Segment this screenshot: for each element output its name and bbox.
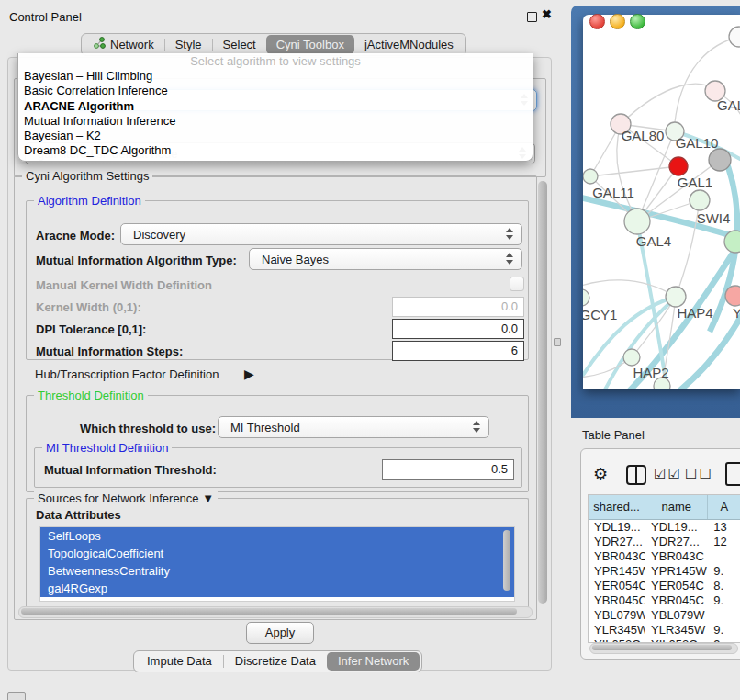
table-column-header[interactable]: shared... <box>589 495 645 519</box>
close-icon[interactable]: ✖ <box>542 7 552 21</box>
table-cell[interactable]: 9. <box>708 593 740 608</box>
tab-cyni-toolbox[interactable]: Cyni Toolbox <box>266 35 354 54</box>
hub-definition-label[interactable]: Hub/Transcription Factor Definition <box>35 367 219 381</box>
table-cell[interactable]: YDL19... <box>589 520 645 535</box>
data-attribute-item[interactable]: gal4RGexp <box>40 580 514 597</box>
table-cell[interactable]: YBL079W <box>645 608 708 623</box>
kernel-width-label: Kernel Width (0,1): <box>36 300 141 314</box>
data-attribute-item[interactable]: BetweennessCentrality <box>40 562 514 580</box>
dpi-tolerance-field[interactable]: 0.0 <box>392 319 524 339</box>
deselect-all-icon[interactable]: ☐☐ <box>685 466 713 482</box>
table-hscrollbar-track[interactable] <box>589 643 738 654</box>
network-node[interactable] <box>690 190 710 210</box>
algorithm-option[interactable]: ARACNE Algorithm <box>18 99 533 114</box>
float-window-icon[interactable] <box>527 12 537 22</box>
table-cell[interactable]: 9. <box>708 564 740 579</box>
table-cell[interactable]: YER054C <box>645 579 708 593</box>
network-node[interactable] <box>709 149 731 171</box>
table-cell[interactable]: 12 <box>708 535 740 549</box>
table-cell[interactable]: YLR345W <box>645 623 708 638</box>
tab-infer-network[interactable]: Infer Network <box>327 652 420 671</box>
settings-vscrollbar-thumb[interactable] <box>538 181 547 604</box>
table-cell[interactable]: 13 <box>708 520 740 535</box>
tab-network[interactable]: Network <box>84 35 164 54</box>
threshold-definition-title: Threshold Definition <box>34 389 148 402</box>
node-label: GAL80 <box>622 128 665 143</box>
table-cell[interactable]: YBR045C <box>645 593 708 608</box>
table-cell[interactable]: 9. <box>708 623 740 638</box>
manual-kernel-label: Manual Kernel Width Definition <box>36 278 212 292</box>
data-attributes-list: SelfLoopsTopologicalCoefficientBetweenne… <box>39 526 515 602</box>
tab-discretize-data[interactable]: Discretize Data <box>224 652 327 671</box>
aracne-mode-combo[interactable]: Discovery <box>120 223 522 245</box>
tab-style[interactable]: Style <box>165 35 212 54</box>
export-table-icon[interactable] <box>725 462 740 486</box>
table-cell[interactable]: YBR045C <box>589 593 645 608</box>
network-view-canvas[interactable]: GAL8GAL80GAL10GAL1GAL11GAL4SWI4GCY1HAP4Y… <box>583 15 740 389</box>
table-cell[interactable]: YER054C <box>589 579 645 593</box>
sources-group-title[interactable]: Sources for Network Inference ▼ <box>34 491 218 505</box>
table-column-header[interactable]: name <box>645 495 708 519</box>
table-hscrollbar-thumb[interactable] <box>592 645 732 650</box>
network-node[interactable] <box>624 209 650 234</box>
table-cell[interactable]: YDR27... <box>645 535 708 549</box>
tab-impute-data[interactable]: Impute Data <box>136 652 223 671</box>
table-cell[interactable] <box>708 549 740 564</box>
show-columns-icon[interactable] <box>626 465 646 485</box>
network-node[interactable] <box>666 287 686 307</box>
table-cell[interactable]: YPR145W <box>645 564 708 579</box>
data-attribute-item[interactable]: SelfLoops <box>40 527 514 545</box>
attributes-scrollbar[interactable] <box>503 530 510 591</box>
table-row[interactable]: YBR045CYBR045C9. <box>589 593 740 608</box>
network-node[interactable] <box>724 231 740 253</box>
mi-type-combo[interactable]: Naive Bayes <box>249 248 522 270</box>
network-node[interactable] <box>669 157 688 175</box>
table-cell[interactable]: YDL19... <box>645 520 708 535</box>
tab-select[interactable]: Select <box>213 35 266 54</box>
which-threshold-combo[interactable]: MI Threshold <box>218 416 489 438</box>
table-cell[interactable]: YLR345W <box>589 623 645 638</box>
settings-hscrollbar-thumb[interactable] <box>21 608 517 615</box>
table-row[interactable]: YBL079WYBL079W <box>589 608 740 623</box>
table-row[interactable]: YBR043CYBR043C <box>589 549 740 564</box>
settings-hscrollbar-track[interactable] <box>18 606 533 618</box>
minimize-traffic-light[interactable] <box>610 14 625 29</box>
network-node[interactable] <box>583 289 589 306</box>
apply-button[interactable]: Apply <box>246 622 314 644</box>
panel-splitter-handle[interactable] <box>554 338 561 346</box>
table-cell[interactable]: YPR145W <box>589 564 645 579</box>
table-cell[interactable] <box>708 608 740 623</box>
table-row[interactable]: YPR145WYPR145W9. <box>589 564 740 579</box>
zoom-traffic-light[interactable] <box>630 14 645 29</box>
tab-label: jActiveMNodules <box>364 35 454 54</box>
network-node[interactable] <box>583 169 598 184</box>
network-node[interactable] <box>623 349 640 366</box>
algorithm-option[interactable]: Bayesian – Hill Climbing <box>18 69 533 84</box>
table-cell[interactable]: YBL079W <box>589 608 645 623</box>
table-column-header[interactable]: A <box>708 495 740 519</box>
network-node[interactable] <box>725 286 740 306</box>
mi-threshold-field[interactable]: 0.5 <box>382 459 514 480</box>
table-row[interactable]: YLR345WYLR345W9. <box>589 623 740 638</box>
gear-icon[interactable]: ⚙ <box>593 464 608 484</box>
algorithm-option[interactable]: Bayesian – K2 <box>18 129 533 143</box>
algorithm-option[interactable]: Dream8 DC_TDC Algorithm <box>18 143 533 158</box>
table-cell[interactable]: YBR043C <box>645 549 708 564</box>
minimized-panel-button[interactable] <box>7 692 26 700</box>
algorithm-option[interactable]: Basic Correlation Inference <box>18 84 533 98</box>
tab-jactivemnodules[interactable]: jActiveMNodules <box>354 35 464 54</box>
close-traffic-light[interactable] <box>589 14 605 29</box>
table-row[interactable]: YER054CYER054C8. <box>589 579 740 593</box>
table-cell[interactable]: 8. <box>708 579 740 593</box>
algorithm-option[interactable]: Mutual Information Inference <box>18 114 533 129</box>
table-cell[interactable]: YDR27... <box>589 535 645 549</box>
table-row[interactable]: YDL19...YDL19...13 <box>589 520 740 535</box>
mi-steps-field[interactable]: 6 <box>392 341 524 361</box>
data-attribute-item[interactable]: TopologicalCoefficient <box>40 545 514 562</box>
hub-expand-arrow-icon[interactable]: ▶ <box>244 367 254 381</box>
algorithm-definition-group: Algorithm Definition Aracne Mode: Discov… <box>26 200 529 360</box>
table-row[interactable]: YDR27...YDR27...12 <box>589 535 740 549</box>
table-cell[interactable]: YBR043C <box>589 549 645 564</box>
select-all-icon[interactable]: ☑☑ <box>654 466 682 482</box>
network-node[interactable] <box>729 27 740 47</box>
